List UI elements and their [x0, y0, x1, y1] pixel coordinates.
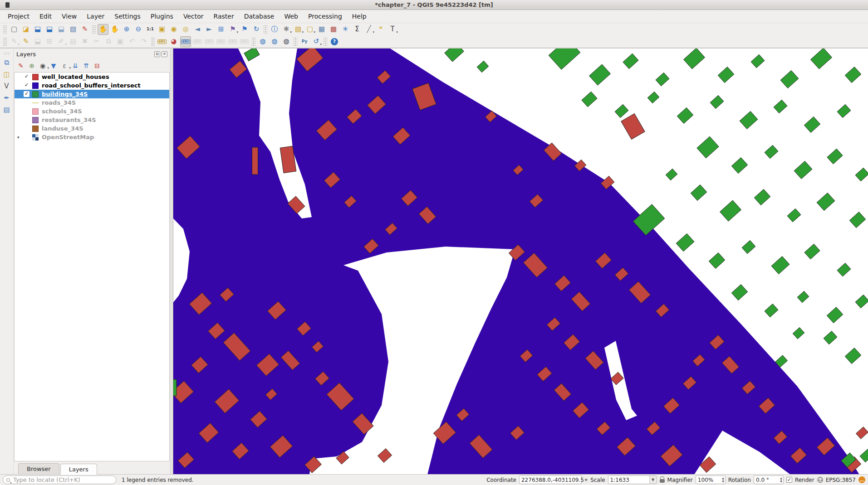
spatial-bookmarks-button[interactable]: ⚑▾	[227, 24, 238, 35]
chevron-down-icon[interactable]: ▼	[649, 476, 657, 484]
redo-button[interactable]: ↷	[138, 36, 149, 47]
menu-project[interactable]: Project	[3, 11, 34, 22]
layer-item-road_school_buffers_intersect[interactable]: ✓road_school_buffers_intersect	[15, 81, 169, 90]
label-rotate-button[interactable]: abc	[227, 36, 238, 47]
crs-status[interactable]: EPSG:3857	[826, 477, 856, 483]
layer-visibility-checkbox[interactable]	[24, 117, 29, 123]
add-feature-button[interactable]: ⊞	[44, 36, 55, 47]
layer-visibility-checkbox[interactable]: ✓	[24, 74, 29, 80]
menu-help[interactable]: Help	[347, 11, 372, 22]
metasearch-csw-button[interactable]: ◍	[269, 36, 280, 47]
layer-labeling-button[interactable]: abc	[157, 36, 167, 47]
modify-attributes-button[interactable]: ▤	[68, 36, 78, 47]
layer-visibility-checkbox[interactable]	[24, 100, 29, 106]
layer-visibility-checkbox[interactable]: ✓	[24, 91, 29, 97]
zoom-next-button[interactable]: ►	[204, 24, 215, 35]
labeling-single-button[interactable]: abc	[180, 36, 191, 47]
show-bookmarks-button[interactable]: ⚑	[239, 24, 250, 35]
new-shapefile-layer-button[interactable]: ✒	[1, 92, 12, 103]
lock-scale-icon[interactable]	[660, 479, 665, 483]
zoom-to-selection-button[interactable]: ◉	[168, 24, 179, 35]
spinner-arrows-icon[interactable]: ▲▼	[780, 476, 782, 483]
panel-splitter[interactable]	[170, 48, 173, 474]
layer-item-schools_34s[interactable]: schools_34S	[15, 107, 169, 116]
identify-features-button[interactable]: ⓘ	[269, 24, 280, 35]
menu-web[interactable]: Web	[279, 11, 303, 22]
layer-visibility-checkbox[interactable]	[24, 126, 29, 131]
expand-all-button[interactable]: ⇊	[70, 61, 81, 71]
save-as-template-button[interactable]: ⬓	[56, 24, 67, 35]
undo-button[interactable]: ↶	[127, 36, 137, 47]
text-annotation-button[interactable]: T▾	[387, 24, 398, 35]
locate-search-input[interactable]: Type to locate (Ctrl+K)	[3, 475, 116, 484]
help-button[interactable]: ?	[329, 36, 340, 47]
new-project-button[interactable]: ▢	[9, 24, 20, 35]
refresh-button[interactable]: ↻	[251, 24, 262, 35]
open-project-button[interactable]: ◪	[20, 24, 31, 35]
chevron-down-icon[interactable]: ▾	[18, 43, 20, 46]
chevron-down-icon[interactable]: ▾	[320, 43, 322, 46]
magnifier-spinbox[interactable]: 100% ▲▼	[696, 475, 726, 484]
metasearch-csw-add-button[interactable]: ◍	[257, 36, 268, 47]
menu-processing[interactable]: Processing	[303, 11, 347, 22]
render-checkbox[interactable]: ✓	[786, 477, 792, 483]
project-properties-button[interactable]: ▧	[68, 24, 78, 35]
zoom-to-layer-button[interactable]: ◎	[180, 24, 191, 35]
pan-to-selection-button[interactable]: ✋	[109, 24, 120, 35]
spinner-arrows-icon[interactable]: ▲▼	[722, 476, 724, 483]
map-canvas[interactable]	[173, 48, 868, 474]
zoom-native-button[interactable]: 1:1	[145, 24, 156, 35]
filter-legend-button[interactable]: ▼	[48, 61, 59, 71]
save-layer-edits-button[interactable]: ⬓	[32, 36, 43, 47]
chevron-down-icon[interactable]: ▾	[290, 31, 292, 34]
manage-map-themes-button[interactable]: ◉▾	[37, 61, 48, 71]
layer-item-landuse_34s[interactable]: landuse_34S	[15, 124, 169, 133]
vertex-tool-button[interactable]: ✐▾	[56, 36, 67, 47]
rotation-spinbox[interactable]: 0.0 ° ▲▼	[754, 475, 784, 484]
copy-features-button[interactable]: ⧉	[103, 36, 114, 47]
zoom-in-button[interactable]: ⊕	[121, 24, 132, 35]
panel-close-button[interactable]: ✕	[162, 51, 167, 57]
panel-float-button[interactable]: ⧉	[154, 51, 160, 57]
delete-selected-button[interactable]: ✖	[79, 36, 90, 47]
statistical-summary-button[interactable]: Σ	[352, 24, 363, 35]
expander-icon[interactable]: ▾	[17, 135, 24, 140]
remove-layer-button[interactable]: ⊟	[92, 61, 103, 71]
menu-view[interactable]: View	[57, 11, 82, 22]
layer-item-well_located_houses[interactable]: ✓well_located_houses	[15, 73, 169, 81]
save-project-button[interactable]: ⬓	[32, 24, 43, 35]
collapse-all-button[interactable]: ⇈	[81, 61, 92, 71]
tab-layers[interactable]: Layers	[60, 464, 97, 475]
deselect-features-button[interactable]: ▢▾	[304, 24, 315, 35]
menu-layer[interactable]: Layer	[82, 11, 109, 22]
new-map-view-button[interactable]: ⊞	[216, 24, 226, 35]
label-show-hide-button[interactable]: abc	[204, 36, 215, 47]
field-calculator-button[interactable]: ▩	[328, 24, 339, 35]
open-attribute-table-button[interactable]: ▦	[316, 24, 327, 35]
menu-raster[interactable]: Raster	[209, 11, 239, 22]
menu-settings[interactable]: Settings	[109, 11, 145, 22]
chevron-down-icon[interactable]: ▾	[373, 31, 374, 34]
zoom-out-button[interactable]: ⊖	[133, 24, 144, 35]
add-group-button[interactable]: ⊕	[26, 61, 37, 71]
paste-features-button[interactable]: ▣	[115, 36, 126, 47]
chevron-down-icon[interactable]: ▾	[314, 31, 315, 34]
label-pin-button[interactable]: abc	[192, 36, 203, 47]
layer-item-restaurants_34s[interactable]: restaurants_34S	[15, 116, 169, 124]
layer-diagram-button[interactable]: ◕	[168, 36, 179, 47]
metasearch-button[interactable]: ◍	[281, 36, 292, 47]
style-manager-button[interactable]: ✎	[79, 24, 90, 35]
menu-plugins[interactable]: Plugins	[146, 11, 178, 22]
new-virtual-layer-button[interactable]: ▤	[1, 104, 12, 115]
label-move-button[interactable]: abc	[216, 36, 226, 47]
data-source-manager-button[interactable]: ⧉	[1, 57, 12, 68]
chevron-down-icon[interactable]: ▾	[302, 31, 304, 34]
label-change-button[interactable]: abc	[239, 36, 250, 47]
current-edits-button[interactable]: ✎▾	[9, 36, 20, 47]
measure-line-button[interactable]: ╱▾	[363, 24, 374, 35]
run-feature-action-button[interactable]: ✱▾	[281, 24, 292, 35]
layer-visibility-checkbox[interactable]	[24, 108, 29, 114]
tab-browser[interactable]: Browser	[18, 463, 59, 474]
pan-map-button[interactable]: ✋	[98, 24, 108, 35]
processing-toolbox-button[interactable]: ✳	[340, 24, 351, 35]
